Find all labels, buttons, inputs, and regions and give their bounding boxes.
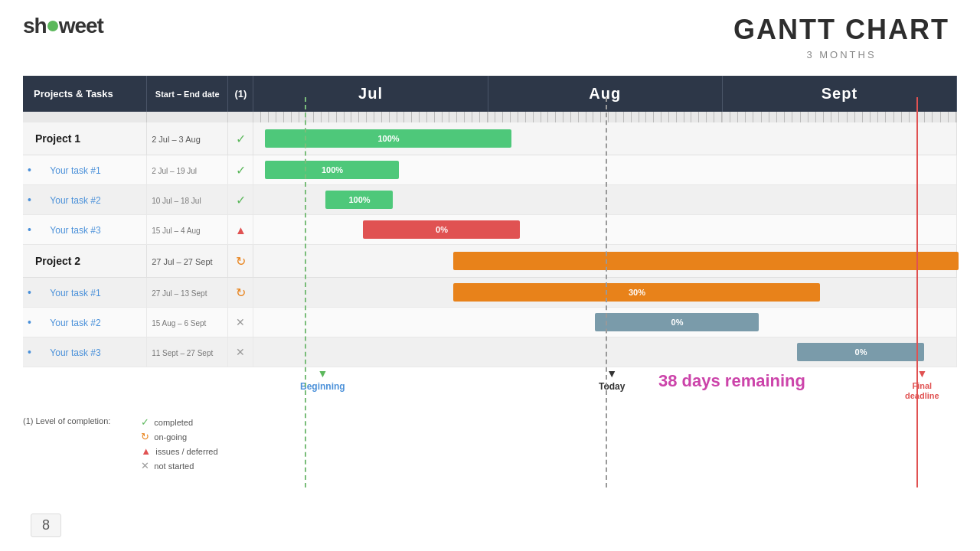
task-1-1-status-icon: ✓ (236, 164, 246, 177)
task-1-1-bar-label: 100% (322, 165, 343, 174)
task-1-1-bar-cell: 100% (253, 155, 957, 185)
days-remaining-label: 38 days remaining (658, 371, 805, 391)
logo-dot (47, 21, 58, 31)
task-1-2-status-cell: ✓ (228, 185, 253, 215)
legend-notstarted: ✕ not started (141, 460, 217, 471)
task-2-1-bar: 30% (453, 283, 820, 302)
project-1-bar: 100% (265, 129, 511, 148)
task-1-3-bar: 0% (363, 220, 520, 239)
task-1-1-name: Your task #1 (38, 165, 100, 176)
days-remaining-text: 38 days remaining (658, 371, 805, 390)
task-2-3-status-icon: ✕ (236, 346, 245, 358)
project-2-status-icon: ↻ (236, 255, 246, 268)
beginning-label: Beginning (300, 381, 345, 392)
task-2-2-name: Your task #2 (38, 318, 100, 328)
legend-completed: ✓ completed (141, 416, 217, 428)
col-header-projects: Projects & Tasks (23, 76, 147, 112)
project-1-dates: 2 Jul – 3 Aug (152, 135, 201, 144)
task-1-1-bar: 100% (265, 161, 399, 179)
task-1-2-bar-label: 100% (348, 195, 370, 204)
task-1-2-bar: 100% (325, 191, 393, 209)
sub-title: 3 Months (733, 49, 949, 60)
legend-issue-icon: ▲ (141, 445, 151, 457)
task-1-2-name: Your task #2 (38, 195, 100, 206)
col-header-dates: Start – End date (147, 76, 228, 112)
project-2-bar (453, 252, 959, 270)
task-2-2-name-cell: • Your task #2 (23, 308, 147, 337)
task-1-2-row: • Your task #2 10 Jul – 18 Jul ✓ 100% (23, 185, 957, 215)
final-deadline-label: Finaldeadline (905, 381, 939, 401)
col-header-status: (1) (228, 76, 253, 112)
task-2-3-name-cell: • Your task #3 (23, 337, 147, 367)
project-2-dates: 27 Jul – 27 Sept (152, 257, 213, 266)
today-indicator: ▼ Today (599, 367, 625, 392)
legend-area: (1) Level of completion: ✓ completed ↻ o… (0, 406, 980, 471)
task-2-3-bar: 0% (797, 343, 924, 361)
project-1-row: Project 1 2 Jul – 3 Aug ✓ 100% (23, 122, 957, 155)
col-header-jul: Jul (253, 76, 488, 112)
page-number: 8 (31, 514, 61, 537)
project-1-status-icon: ✓ (236, 132, 246, 145)
task-2-1-dates-cell: 27 Jul – 13 Sept (147, 278, 228, 308)
task-1-3-dates: 15 Jul – 4 Aug (152, 227, 200, 235)
task-2-2-status-cell: ✕ (228, 308, 253, 337)
task-1-1-bullet: • (28, 164, 31, 176)
task-2-2-row: • Your task #2 15 Aug – 6 Sept ✕ 0% (23, 308, 957, 337)
task-2-2-dates-cell: 15 Aug – 6 Sept (147, 308, 228, 337)
task-1-1-dates-cell: 2 Jul – 19 Jul (147, 155, 228, 185)
header: shweet Gantt Chart 3 Months (0, 0, 980, 68)
legend-title: (1) Level of completion: (23, 416, 110, 425)
project-2-status-cell: ↻ (228, 245, 253, 278)
beginning-arrow: ▼ (317, 367, 328, 380)
task-2-1-name: Your task #1 (38, 288, 100, 298)
task-2-2-status-icon: ✕ (236, 316, 245, 328)
task-2-3-name: Your task #3 (38, 347, 100, 358)
task-1-3-bar-cell: 0% (253, 215, 957, 245)
task-1-3-name: Your task #3 (38, 225, 100, 236)
task-1-3-status-cell: ▲ (228, 215, 253, 245)
legend-ongoing-icon: ↻ (141, 431, 149, 442)
project-2-bar-cell (253, 245, 957, 278)
task-1-2-dates: 10 Jul – 18 Jul (152, 197, 201, 205)
project-1-name: Project 1 (28, 132, 80, 145)
task-2-3-bullet: • (28, 346, 31, 358)
legend-notstarted-icon: ✕ (141, 460, 149, 471)
ticks-empty-3 (228, 112, 253, 122)
task-2-2-bar-cell: 0% (253, 308, 957, 337)
task-1-1-name-cell: • Your task #1 (23, 155, 147, 185)
legend-notstarted-label: not started (154, 461, 194, 471)
task-2-1-bar-cell: 30% (253, 278, 957, 308)
project-1-bar-label: 100% (377, 134, 399, 143)
task-1-3-name-cell: • Your task #3 (23, 215, 147, 245)
project-2-name-cell: Project 2 (23, 245, 147, 278)
timeline-area: ▼ Beginning ▼ Today 38 days remaining ▼ … (23, 367, 957, 398)
task-2-3-bar-label: 0% (855, 347, 867, 357)
final-deadline-arrow: ▼ (916, 367, 927, 380)
ticks-aug (488, 112, 722, 122)
task-1-3-bullet: • (28, 223, 31, 236)
project-2-dates-cell: 27 Jul – 27 Sept (147, 245, 228, 278)
task-2-1-bar-label: 30% (629, 288, 645, 297)
legend-issues: ▲ issues / deferred (141, 445, 217, 457)
project-1-name-cell: Project 1 (23, 122, 147, 155)
task-1-1-status-cell: ✓ (228, 155, 253, 185)
today-label: Today (599, 381, 625, 392)
task-2-1-dates: 27 Jul – 13 Sept (152, 289, 207, 298)
project-1-dates-cell: 2 Jul – 3 Aug (147, 122, 228, 155)
task-1-3-dates-cell: 15 Jul – 4 Aug (147, 215, 228, 245)
task-1-1-dates: 2 Jul – 19 Jul (152, 167, 197, 175)
chart-wrapper: Projects & Tasks Start – End date (1) Ju… (23, 76, 957, 367)
task-2-1-status-icon: ↻ (236, 286, 246, 299)
ticks-empty-1 (23, 112, 147, 122)
task-1-2-bar-cell: 100% (253, 185, 957, 215)
ticks-sept (722, 112, 956, 122)
task-1-3-bar-label: 0% (436, 225, 448, 234)
task-2-1-bullet: • (28, 286, 31, 298)
task-2-1-status-cell: ↻ (228, 278, 253, 308)
ticks-jul (253, 112, 488, 122)
task-2-2-bullet: • (28, 316, 31, 328)
task-1-2-name-cell: • Your task #2 (23, 185, 147, 215)
task-2-3-dates-cell: 11 Sept – 27 Sept (147, 337, 228, 367)
project-2-name: Project 2 (28, 255, 80, 267)
legend-check-icon: ✓ (141, 416, 149, 428)
